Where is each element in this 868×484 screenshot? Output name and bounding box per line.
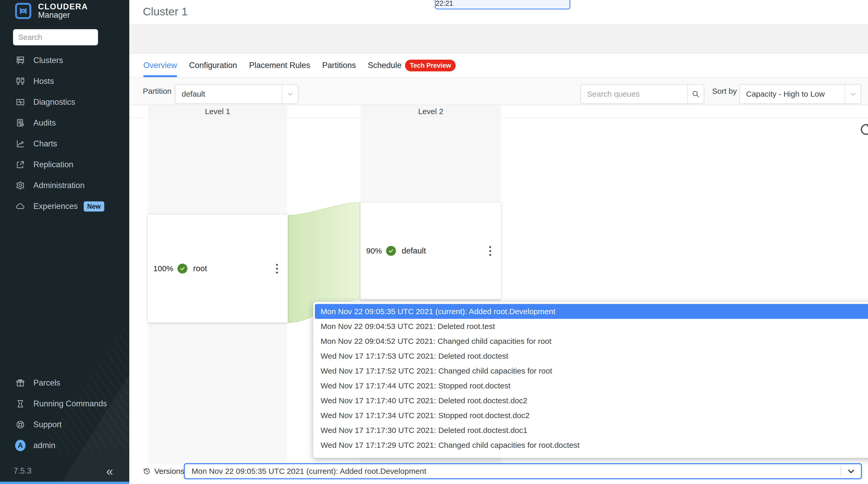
tab-partitions[interactable]: Partitions xyxy=(322,54,356,77)
sidebar-item-replication[interactable]: Replication xyxy=(0,154,129,175)
queue-menu-kebab-icon[interactable] xyxy=(484,243,496,259)
hosts-icon xyxy=(15,76,26,87)
versions-bar: Versions Mon Nov 22 09:05:35 UTC 2021 (c… xyxy=(129,463,868,480)
sidebar-item-label: Diagnostics xyxy=(33,97,75,107)
versions-dropdown-option[interactable]: Wed Nov 17 17:17:34 UTC 2021: Stopped ro… xyxy=(315,408,868,423)
queue-capacity-percent: 100% xyxy=(151,264,173,273)
versions-select[interactable]: Mon Nov 22 09:05:35 UTC 2021 (current): … xyxy=(184,463,862,479)
queue-name: root xyxy=(193,264,271,273)
sidebar-item-label: Charts xyxy=(33,139,57,149)
partition-select[interactable]: default xyxy=(175,84,299,104)
sidebar-bottom-nav: Parcels Running Commands xyxy=(0,373,129,456)
tab-schedule[interactable]: Schedule Tech Preview xyxy=(368,54,456,77)
admin-avatar: A xyxy=(15,440,26,451)
sidebar-collapse-button[interactable]: « xyxy=(106,464,113,478)
versions-dropdown-option[interactable]: Wed Nov 17 17:17:40 UTC 2021: Deleted ro… xyxy=(315,393,868,408)
versions-label-group: Versions xyxy=(143,467,184,476)
queue-toolbar: Partition default Sort by Capacity - Hig… xyxy=(129,77,868,105)
sidebar: CLOUDERA Manager Clusters xyxy=(0,0,129,484)
hourglass-icon xyxy=(15,398,26,409)
sidebar-item-label: Audits xyxy=(33,118,56,128)
cloud-icon xyxy=(15,201,26,212)
charts-icon xyxy=(15,138,26,149)
sidebar-item-experiences[interactable]: Experiences New xyxy=(0,196,129,217)
header-band xyxy=(129,24,868,54)
sidebar-item-label: Hosts xyxy=(33,76,54,86)
sidebar-search-input[interactable] xyxy=(13,29,98,45)
partition-select-value: default xyxy=(176,90,282,98)
cloudera-manager-app: CLOUDERA Manager Clusters xyxy=(0,0,868,484)
tab-overview[interactable]: Overview xyxy=(143,54,177,77)
sidebar-item-label: Experiences xyxy=(33,202,78,211)
chevron-down-icon xyxy=(841,466,861,476)
queue-card-root[interactable]: 100% root xyxy=(148,215,288,322)
parcels-gift-icon xyxy=(15,378,26,388)
versions-dropdown-option[interactable]: Mon Nov 22 09:04:52 UTC 2021: Changed ch… xyxy=(315,334,868,349)
versions-dropdown-option[interactable]: Mon Nov 22 09:04:53 UTC 2021: Deleted ro… xyxy=(315,319,868,334)
sidebar-footer: 7.5.3 « xyxy=(0,457,129,482)
sidebar-item-administration[interactable]: Administration xyxy=(0,175,129,196)
sidebar-item-label: Replication xyxy=(33,160,73,169)
sidebar-item-label: Parcels xyxy=(33,378,60,388)
replication-icon xyxy=(15,159,26,170)
tab-configuration[interactable]: Configuration xyxy=(189,54,237,77)
sidebar-item-label: admin xyxy=(33,441,55,450)
app-version: 7.5.3 xyxy=(13,466,32,476)
sidebar-item-parcels[interactable]: Parcels xyxy=(0,373,129,393)
versions-dropdown-option[interactable]: Wed Nov 17 17:17:30 UTC 2021: Deleted ro… xyxy=(315,423,868,438)
versions-dropdown-option[interactable]: Wed Nov 17 17:17:29 UTC 2021: Changed ch… xyxy=(315,438,868,452)
refresh-icon[interactable] xyxy=(859,122,868,137)
versions-dropdown-option[interactable]: Mon Nov 22 09:05:35 UTC 2021 (current): … xyxy=(315,304,868,319)
versions-dropdown-option[interactable]: Wed Nov 17 17:17:52 UTC 2021: Changed ch… xyxy=(315,363,868,378)
level-header-row: Level 1 Level 2 xyxy=(129,105,868,118)
cloudera-logo-icon xyxy=(15,3,31,19)
history-clock-icon xyxy=(143,467,151,475)
level-1-header: Level 1 xyxy=(148,105,287,118)
sort-select[interactable]: Capacity - High to Low xyxy=(739,84,861,104)
sidebar-nav: Clusters Hosts xyxy=(0,50,129,217)
sidebar-item-label: Running Commands xyxy=(33,399,107,409)
page-title: Cluster 1 xyxy=(143,5,188,18)
sidebar-item-support[interactable]: Support xyxy=(0,414,129,435)
diagnostics-icon xyxy=(15,97,26,107)
search-icon[interactable] xyxy=(687,85,704,103)
level-2-header: Level 2 xyxy=(361,105,501,118)
tab-placement-rules[interactable]: Placement Rules xyxy=(249,54,310,77)
queue-menu-kebab-icon[interactable] xyxy=(271,261,283,277)
sidebar-item-hosts[interactable]: Hosts xyxy=(0,71,129,92)
sidebar-item-label: Support xyxy=(33,420,62,429)
logo-subtitle: Manager xyxy=(38,11,88,19)
sort-select-value: Capacity - High to Low xyxy=(740,90,844,98)
partition-label: Partition xyxy=(143,87,172,96)
queue-name: default xyxy=(402,246,484,256)
queue-status-check-icon xyxy=(178,264,187,273)
sidebar-item-audits[interactable]: Audits xyxy=(0,112,129,133)
cloudera-logo[interactable]: CLOUDERA Manager xyxy=(15,3,88,19)
sort-by-label: Sort by xyxy=(712,87,737,96)
queue-search-input[interactable] xyxy=(581,90,687,98)
sidebar-item-label: Clusters xyxy=(33,56,63,65)
versions-label: Versions xyxy=(154,467,184,476)
versions-dropdown-option[interactable]: Wed Nov 17 17:17:53 UTC 2021: Deleted ro… xyxy=(315,349,868,363)
logo-title: CLOUDERA xyxy=(38,3,88,11)
versions-select-value: Mon Nov 22 09:05:35 UTC 2021 (current): … xyxy=(185,467,841,476)
queue-card-default[interactable]: 90% default xyxy=(361,202,501,299)
sidebar-item-label: Administration xyxy=(33,181,85,190)
sidebar-item-admin[interactable]: A admin xyxy=(0,435,129,456)
new-badge: New xyxy=(84,201,104,212)
versions-dropdown-option[interactable]: Wed Nov 17 17:17:44 UTC 2021: Stopped ro… xyxy=(315,378,868,393)
sidebar-item-diagnostics[interactable]: Diagnostics xyxy=(0,92,129,112)
audits-icon xyxy=(15,118,26,128)
versions-dropdown-list: Mon Nov 22 09:05:35 UTC 2021 (current): … xyxy=(313,302,868,458)
administration-gear-icon xyxy=(15,180,26,191)
tech-preview-badge: Tech Preview xyxy=(405,60,456,71)
support-lifebuoy-icon xyxy=(15,419,26,430)
sidebar-item-clusters[interactable]: Clusters xyxy=(0,50,129,71)
chevron-down-icon xyxy=(844,85,861,103)
sidebar-item-running-commands[interactable]: Running Commands xyxy=(0,393,129,414)
clusters-icon xyxy=(15,55,26,66)
tab-bar: Overview Configuration Placement Rules P… xyxy=(129,54,868,77)
sidebar-item-charts[interactable]: Charts xyxy=(0,133,129,154)
chevron-down-icon xyxy=(282,85,298,103)
sidebar-bottom-accent xyxy=(0,482,129,484)
